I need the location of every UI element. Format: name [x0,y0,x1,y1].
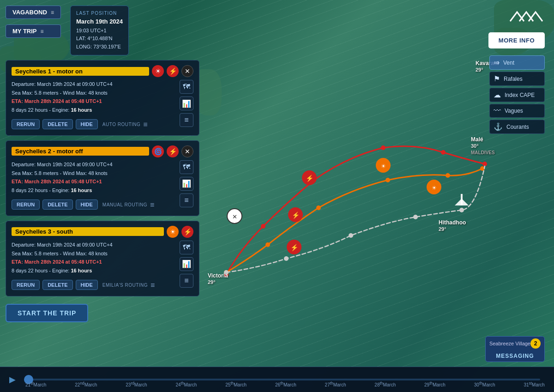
weather-rafales[interactable]: ⚑ Rafales [489,72,545,86]
route-2-duration: 8 days 22 hours - Engine: 16 hours [12,186,176,195]
route-1-delete[interactable]: DELETE [42,119,72,129]
messaging-label: MESSAGING [486,350,544,362]
date-24: 24thMarch [175,381,197,387]
vagues-icon: 〰 [494,107,501,115]
route-2-routing-type: MANUAL ROUTING [102,201,147,209]
route-2-icon-spiral[interactable]: 🌀 [152,145,164,157]
route-card-1: Seychelles 1 - motor on ☀ ⚡ ✕ Departure:… [6,60,199,136]
route-2-icon-bolt[interactable]: ⚡ [167,145,179,157]
date-22: 22ndMarch [75,381,97,387]
cape-icon: ☁ [494,90,501,99]
last-position-date: March 19th 2024 [76,17,123,27]
route-1-departure: Departure: March 19th 2024 at 09:00 UTC+… [12,80,176,89]
route-3-title: Seychelles 3 - south [12,227,164,236]
rafales-label: Rafales [504,76,523,82]
place-male: Malé30°MALDIVES [471,136,495,156]
last-position-lat: LAT: 4°10.488'N [76,35,123,43]
route-1-rerun[interactable]: RERUN [12,119,40,129]
route-card-2: Seychelles 2 - motor off 🌀 ⚡ ✕ Departure… [6,140,199,216]
route-card-3: Seychelles 3 - south ☀ ⚡ Departure: Marc… [6,221,199,296]
route-2-icon-close[interactable]: ✕ [181,145,193,157]
timeline: ▶ [0,367,554,392]
route-2-map-icon[interactable]: 🗺 [180,160,193,174]
date-28: 28thMarch [374,381,396,387]
courants-icon: ⚓ [494,122,503,131]
cape-label: Index CAPE [505,92,535,98]
route-1-list-icon[interactable]: ≡ [143,118,147,131]
seabreeze-label: Seabreeze Village [489,341,530,346]
route-1-chart-icon[interactable]: 📊 [180,96,193,110]
route-2-list-icon[interactable]: ≡ [150,199,154,211]
place-hithadhoo: Hithadhoo29° [439,219,466,232]
route-3-eta: ETA: March 28th 2024 at 05:48 UTC+1 [12,259,102,265]
courants-label: Courants [506,124,529,130]
route-1-map-icon[interactable]: 🗺 [180,80,193,94]
route-3-list2-icon[interactable]: ≡ [180,274,193,288]
last-position-box: LAST POSITION March 19th 2024 19:03 UTC+… [70,6,129,55]
route-1-eta: ETA: March 28th 2024 at 05:48 UTC+1 [12,98,102,104]
route-2-eta: ETA: March 28th 2024 at 05:48 UTC+1 [12,179,102,184]
messaging-button[interactable]: Seabreeze Village 2 MESSAGING [485,336,545,362]
vent-label: Vent [503,60,514,66]
route-3-sea-max: Sea Max: 5.8 meters - Wind Max: 48 knots [12,249,176,258]
last-position-title: LAST POSITION [76,10,123,17]
more-info-button[interactable]: MORE INFO [488,32,545,48]
sidebar: Seychelles 1 - motor on ☀ ⚡ ✕ Departure:… [6,60,199,364]
route-2-hide[interactable]: HIDE [76,199,98,210]
vagues-label: Vagues [505,108,523,114]
route-1-routing-type: AUTO ROUTING [102,121,140,128]
route-3-routing-type: EMILIA'S ROUTING [102,281,148,289]
route-1-list2-icon[interactable]: ≡ [180,113,193,127]
weather-vent[interactable]: ⇒ Vent [489,55,545,70]
route-1-title: Seychelles 1 - motor on [12,67,149,76]
route-2-chart-icon[interactable]: 📊 [180,177,193,191]
menu-icon: ≡ [51,9,54,16]
route-1-icon-close[interactable]: ✕ [181,65,193,77]
last-position-lon: LONG: 73°30.197'E [76,43,123,51]
route-2-list2-icon[interactable]: ≡ [180,193,193,207]
route-3-delete[interactable]: DELETE [42,280,72,290]
route-1-hide[interactable]: HIDE [76,119,98,129]
route-1-icon-bolt[interactable]: ⚡ [167,65,179,77]
place-victoria: Victoria29° [208,272,228,285]
route-3-chart-icon[interactable]: 📊 [180,257,193,271]
last-position-time: 19:03 UTC+1 [76,27,123,35]
weather-vagues[interactable]: 〰 Vagues [489,104,545,118]
my-trip-label: MY TRIP [12,28,37,35]
menu-icon2: ≡ [41,28,44,35]
start-trip-button[interactable]: START THE TRIP [6,304,88,322]
route-1-icon-sun[interactable]: ☀ [152,65,164,77]
date-31: 31stMarch [524,381,544,387]
vent-icon: ⇒ [494,58,500,67]
messaging-badge: 2 [530,338,541,349]
route-2-rerun[interactable]: RERUN [12,199,40,210]
date-26: 26thMarch [275,381,296,387]
route-3-icon-sun[interactable]: ☀ [167,226,179,238]
timeline-track[interactable] [24,379,540,380]
weather-cape[interactable]: ☁ Index CAPE [489,88,545,102]
vagabond-label: VAGABOND [12,9,47,16]
top-bar: VAGABOND ≡ MY TRIP ≡ LAST POSITION March… [6,6,199,55]
my-trip-button[interactable]: MY TRIP ≡ [6,24,61,38]
date-27: 27thMarch [325,381,346,387]
timeline-dates: 21stMarch 22ndMarch 23rdMarch 24thMarch … [25,381,545,387]
route-3-departure: Departure: March 19th 2024 at 09:00 UTC+… [12,241,176,249]
vagabond-button[interactable]: VAGABOND ≡ [6,6,61,19]
route-3-icon-bolt[interactable]: ⚡ [181,226,193,238]
logo [508,7,545,29]
route-1-sea-max: Sea Max: 5.8 meters - Wind Max: 48 knots [12,89,176,97]
weather-courants[interactable]: ⚓ Courants [489,120,545,134]
route-3-hide[interactable]: HIDE [76,280,98,290]
route-3-rerun[interactable]: RERUN [12,280,40,290]
route-2-delete[interactable]: DELETE [42,199,72,210]
date-21: 21stMarch [25,381,46,387]
route-2-title: Seychelles 2 - motor off [12,147,149,156]
route-3-list-icon[interactable]: ≡ [151,279,155,291]
route-3-map-icon[interactable]: 🗺 [180,241,193,254]
route-1-duration: 8 days 22 hours - Engine: 16 hours [12,106,176,115]
date-23: 23rdMarch [126,381,147,387]
timeline-play-icon[interactable]: ▶ [9,374,16,385]
weather-panel: ⇒ Vent ⚑ Rafales ☁ Index CAPE 〰 Vagues ⚓… [489,55,545,134]
route-3-duration: 8 days 22 hours - Engine: 16 hours [12,266,176,275]
route-2-departure: Departure: March 19th 2024 at 09:00 UTC+… [12,160,176,169]
